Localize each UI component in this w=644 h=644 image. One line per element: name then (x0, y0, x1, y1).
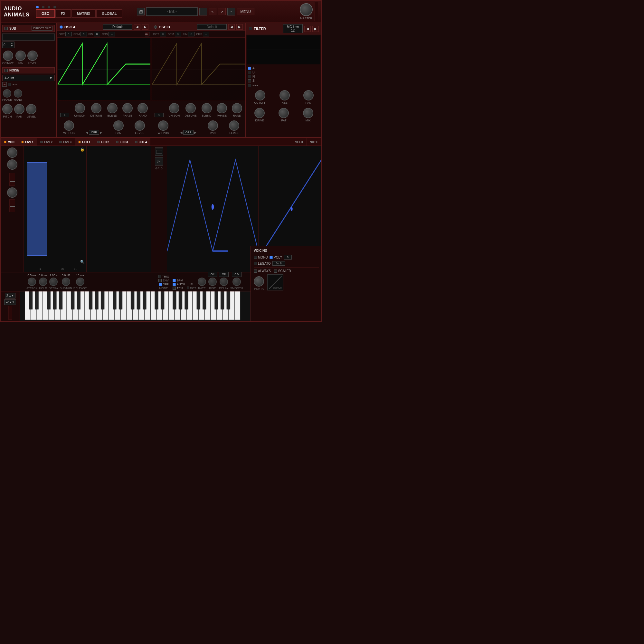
osc-a-phase-knob[interactable] (122, 103, 133, 113)
poly-cb[interactable] (270, 256, 273, 259)
mod-knob-2[interactable] (7, 159, 17, 170)
mod-slider-2[interactable] (9, 199, 15, 212)
filter-prev-btn[interactable]: ◀ (304, 26, 311, 32)
sub-checkbox[interactable] (5, 27, 8, 30)
filter-pan-knob[interactable] (303, 90, 314, 100)
env1-decay-knob[interactable] (49, 278, 58, 286)
filter-a-cb[interactable] (248, 67, 251, 70)
sub-level-knob[interactable] (27, 51, 38, 61)
noise-checkbox[interactable] (5, 69, 8, 72)
osc-a-next-arrow[interactable]: ▶ (100, 131, 102, 134)
dot-cb[interactable] (187, 287, 189, 289)
osc-b-crs-val[interactable]: -- (203, 32, 209, 36)
env1-lock-icon[interactable]: 🔒 (80, 147, 85, 152)
filter-s-cb[interactable] (248, 79, 251, 82)
mod-tab-note[interactable]: NOTE (307, 138, 321, 146)
tab-global[interactable]: GLOBAL (96, 9, 122, 18)
filter-mix-knob[interactable] (303, 108, 313, 118)
preset-prev-btn[interactable]: < (209, 8, 216, 15)
sub-octave-knob[interactable] (3, 51, 13, 61)
filter-type-display[interactable]: MG Low 12 (283, 24, 303, 33)
filter-drive-knob[interactable] (254, 108, 265, 118)
osc-b-waveform[interactable]: Default (197, 24, 227, 30)
filter-n-cb[interactable] (248, 75, 251, 78)
osc-a-wtpos-knob[interactable] (64, 120, 74, 131)
master-knob[interactable] (300, 3, 313, 16)
osc-a-next-btn[interactable]: ▶ (142, 24, 148, 30)
osc-b-level-knob[interactable] (229, 120, 239, 131)
osc-b-phase-knob[interactable] (217, 103, 227, 113)
tab-osc[interactable]: OSC (36, 9, 55, 18)
osc-a-off-display[interactable]: OFF (89, 130, 99, 135)
env1-attack-knob[interactable] (28, 278, 36, 286)
osc-b-fin-val[interactable]: 0 (188, 32, 194, 36)
osc-b-prev-btn[interactable]: ◀ (228, 24, 235, 30)
mod-knob-1[interactable] (7, 147, 17, 158)
mod-slider[interactable] (9, 173, 15, 186)
osc-a-blend-knob[interactable] (107, 103, 118, 113)
osc-a-edit-icon[interactable]: ✏ (145, 32, 149, 36)
legato-cb[interactable] (254, 262, 257, 265)
osc-a-pan-knob[interactable] (113, 120, 124, 131)
bpm-cb[interactable] (173, 279, 176, 282)
env1-zoom-icon[interactable]: 🔍 (80, 260, 85, 264)
noise-pan-knob[interactable] (14, 104, 24, 114)
menu-btn[interactable]: MENU (237, 8, 254, 15)
off-cb[interactable] (159, 283, 162, 286)
octave-select[interactable]: 0 ▲ ▼ (2, 42, 14, 48)
mod-tab-env3[interactable]: ENV 3 (56, 138, 75, 146)
osc-a-sem-val[interactable]: 0 (81, 32, 87, 36)
osc-b-off-display[interactable]: OFF (183, 130, 194, 135)
lfo-smooth-knob[interactable] (232, 278, 241, 286)
osc-b-unison-knob[interactable] (169, 103, 179, 113)
osc-a-fin-val[interactable]: 0 (94, 32, 100, 36)
tab-matrix[interactable]: MATRIX (71, 9, 96, 18)
env1-release-knob[interactable] (76, 278, 84, 286)
noise-wav-cb[interactable] (8, 83, 11, 86)
noise-level-knob[interactable] (26, 104, 36, 114)
osc-a-prev-btn[interactable]: ◀ (134, 24, 140, 30)
lfo-rate-knob[interactable] (198, 278, 206, 286)
preset-name[interactable]: - Init - (146, 7, 198, 16)
osc-b-next-btn[interactable]: ▶ (236, 24, 243, 30)
osc-b-rand-knob[interactable] (232, 103, 242, 113)
lfo-delay-knob[interactable] (220, 278, 228, 286)
trip-cb[interactable] (173, 287, 176, 290)
mod-tab-env2[interactable]: ENV 2 (37, 138, 56, 146)
noise-route-btn[interactable]: → (2, 82, 7, 87)
noise-rand-knob[interactable] (14, 89, 22, 98)
osc-b-unison-select[interactable]: 1 (155, 113, 164, 117)
noise-phase-knob[interactable] (3, 89, 11, 98)
sub-pan-knob[interactable] (15, 51, 26, 61)
scaled-cb[interactable] (274, 270, 277, 273)
anch-cb[interactable] (173, 283, 176, 286)
porta-knob[interactable] (254, 276, 264, 287)
env1-hold-knob[interactable] (39, 278, 47, 286)
osc-b-detune-knob[interactable] (185, 103, 196, 113)
lfo-rise-knob[interactable] (208, 278, 217, 286)
osc-a-oct-val[interactable]: 0 (65, 32, 72, 36)
preset-list-btn[interactable]: ≡ (227, 8, 235, 15)
pitch-slider[interactable] (8, 306, 12, 320)
osc-b-next-arrow[interactable]: ▶ (194, 131, 197, 134)
filter-wave-cb[interactable] (248, 84, 251, 87)
legato-value[interactable]: 0 / 8 (272, 261, 285, 266)
mod-tab-lfo3[interactable]: LFO 3 (113, 138, 132, 146)
filter-b-cb[interactable] (248, 71, 251, 74)
mod-tab-lfo1[interactable]: LFO 1 (75, 138, 94, 146)
mod-knob-3[interactable] (7, 187, 17, 198)
master-scroll[interactable] (314, 2, 318, 21)
osc-b-wtpos-knob[interactable] (158, 120, 168, 131)
osc-a-waveform[interactable]: Default (103, 24, 132, 30)
trig-cb[interactable] (158, 275, 161, 278)
filter-res-knob[interactable] (279, 90, 290, 100)
mod-tab-velo[interactable]: VELO (292, 138, 307, 146)
osc-b-blend-knob[interactable] (202, 103, 212, 113)
filter-cutoff-knob[interactable] (255, 90, 265, 100)
osc-b-pan-knob[interactable] (208, 120, 218, 131)
env-cb[interactable] (158, 279, 162, 282)
osc-b-sem-val[interactable]: 0 (175, 32, 181, 36)
osc-a-rand-knob[interactable] (137, 103, 148, 113)
osc-a-detune-knob[interactable] (91, 103, 101, 113)
pitch-down-btn[interactable]: -2 ▲▼ (4, 299, 16, 305)
